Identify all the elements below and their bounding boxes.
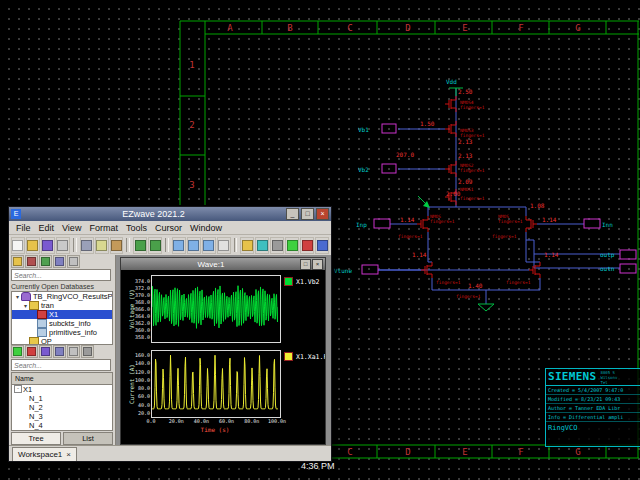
undo-icon[interactable]	[133, 237, 147, 254]
sort-icon[interactable]	[67, 345, 80, 358]
help-icon[interactable]	[315, 237, 329, 254]
zoom-in-icon[interactable]	[172, 237, 186, 254]
signal-color-icon[interactable]	[300, 237, 314, 254]
tree-item-n_1[interactable]: N_1	[12, 394, 112, 403]
legend-item[interactable]: X1.Vb2	[284, 277, 319, 286]
tree-item-n_4[interactable]: N_4	[12, 421, 112, 430]
list-view-icon[interactable]	[81, 345, 94, 358]
taskbar-clock: 4:36 PM	[301, 461, 335, 471]
tree-item-subckts_info[interactable]: subckts_info	[12, 319, 112, 328]
zoom-out-icon[interactable]	[187, 237, 201, 254]
legend-label: X1.Xa1.P	[296, 353, 325, 361]
schematic-label: fingers=1	[498, 219, 523, 224]
wave-title: Wave:1	[123, 260, 299, 269]
legend-swatch-icon	[284, 352, 293, 361]
tree-item-tran[interactable]: ▾tran	[12, 301, 112, 310]
signal-search-input[interactable]	[11, 359, 111, 371]
tree-item-n_2[interactable]: N_2	[12, 403, 112, 412]
tree-item-op[interactable]: OP	[12, 337, 112, 345]
schematic-label: 1.14	[400, 216, 415, 223]
open-database-icon[interactable]	[11, 255, 24, 268]
database-search-input[interactable]	[11, 269, 111, 281]
collapse-all-icon[interactable]	[67, 255, 80, 268]
cursor-icon[interactable]	[240, 237, 254, 254]
legend-item[interactable]: X1.Xa1.P	[284, 352, 325, 361]
waveform-canvas-1[interactable]	[152, 351, 278, 415]
toolbar-separator	[234, 238, 238, 252]
name-column-header[interactable]: Name	[11, 372, 113, 383]
menu-view[interactable]: View	[58, 223, 85, 233]
schematic-devices	[417, 96, 540, 278]
expression-icon[interactable]	[39, 345, 52, 358]
menu-format[interactable]: Format	[85, 223, 122, 233]
workspace-close-icon[interactable]: ×	[66, 450, 71, 459]
workspace-tab[interactable]: Workspace1 ×	[12, 447, 77, 461]
schematic-label: F	[518, 23, 523, 33]
schematic-label: fingers=1	[460, 168, 485, 173]
panel-tab-tree[interactable]: Tree	[11, 432, 61, 445]
redo-icon[interactable]	[148, 237, 162, 254]
info-icon	[37, 328, 47, 337]
cut-icon[interactable]	[80, 237, 94, 254]
tree-item-x1[interactable]: X1	[12, 310, 112, 319]
schematic-label: Vb2	[358, 166, 369, 173]
close-button[interactable]: ×	[316, 208, 329, 220]
plot-area-1[interactable]: 160.0140.0120.0100.080.060.040.020.0Curr…	[151, 350, 281, 418]
menu-window[interactable]: Window	[186, 223, 226, 233]
minimize-button[interactable]: _	[286, 208, 299, 220]
measure-icon[interactable]	[255, 237, 269, 254]
open-icon[interactable]	[26, 237, 40, 254]
signal-filter-icon[interactable]	[53, 345, 66, 358]
title-block-row: Created = 5/4/2007 9:47:0	[546, 386, 640, 395]
wave-close-button[interactable]: ×	[312, 259, 323, 270]
x-tick-label: 40.0n	[194, 418, 209, 424]
new-icon[interactable]	[11, 237, 25, 254]
print-icon[interactable]	[56, 237, 70, 254]
schematic-label: fingers=1	[460, 133, 485, 138]
copy-icon[interactable]	[95, 237, 109, 254]
plot-area-0[interactable]: 374.0372.0370.0368.0366.0364.0362.0360.0…	[151, 275, 281, 343]
expander-icon[interactable]: ▾	[22, 302, 29, 309]
plot-signal-icon[interactable]	[11, 345, 24, 358]
ezwave-titlebar[interactable]: E EZwave 2021.2 _ □ ×	[9, 207, 331, 221]
database-panel: Currently Open Databases ▾TB_RingVCO_Res…	[9, 255, 116, 446]
schematic-label: 1.08	[530, 202, 545, 209]
save-icon[interactable]	[41, 237, 55, 254]
filter-icon[interactable]	[53, 255, 66, 268]
overlay-signal-icon[interactable]	[25, 345, 38, 358]
tree-item-tb_ringvco_resultspa[interactable]: ▾TB_RingVCO_ResultsPa	[12, 292, 112, 301]
grid-icon[interactable]	[270, 237, 284, 254]
tree-item-primitives_info[interactable]: primitives_info	[12, 328, 112, 337]
close-database-icon[interactable]	[25, 255, 38, 268]
schematic-label: Vb1	[358, 126, 369, 133]
expander-icon[interactable]: ▾	[14, 293, 21, 300]
schematic-label: 1.50	[420, 120, 435, 127]
menu-cursor[interactable]: Cursor	[151, 223, 186, 233]
panel-tab-list[interactable]: List	[63, 432, 113, 445]
waveform-canvas-0[interactable]	[152, 276, 278, 340]
zoom-full-icon[interactable]	[202, 237, 216, 254]
maximize-button[interactable]: □	[301, 208, 314, 220]
info-icon	[37, 319, 47, 328]
tree-item-x1[interactable]: -X1	[12, 385, 112, 394]
refresh-icon[interactable]	[39, 255, 52, 268]
schematic-label: 2	[189, 120, 194, 130]
wave-titlebar[interactable]: Wave:1 □ ×	[121, 258, 325, 270]
menu-edit[interactable]: Edit	[35, 223, 59, 233]
folder-icon	[29, 337, 39, 345]
menu-tools[interactable]: Tools	[122, 223, 151, 233]
pan-icon[interactable]	[217, 237, 231, 254]
schematic-label: 1.14	[544, 251, 559, 258]
schematic-label: G	[575, 23, 580, 33]
schematic-label: 207.0	[396, 151, 414, 158]
schematic-label: 2.00	[446, 190, 461, 197]
tree-item-label: N_3	[29, 412, 43, 421]
collapse-icon[interactable]: -	[14, 385, 22, 393]
wave-window: Wave:1 □ × Time (s) 374.0372.0370.0368.0…	[120, 257, 326, 445]
wave-maximize-button[interactable]: □	[300, 259, 311, 270]
menu-file[interactable]: File	[12, 223, 35, 233]
paste-icon[interactable]	[110, 237, 124, 254]
database-tree: ▾TB_RingVCO_ResultsPa▾tranX1subckts_info…	[11, 291, 113, 345]
tree-item-n_3[interactable]: N_3	[12, 412, 112, 421]
wave-add-icon[interactable]	[285, 237, 299, 254]
